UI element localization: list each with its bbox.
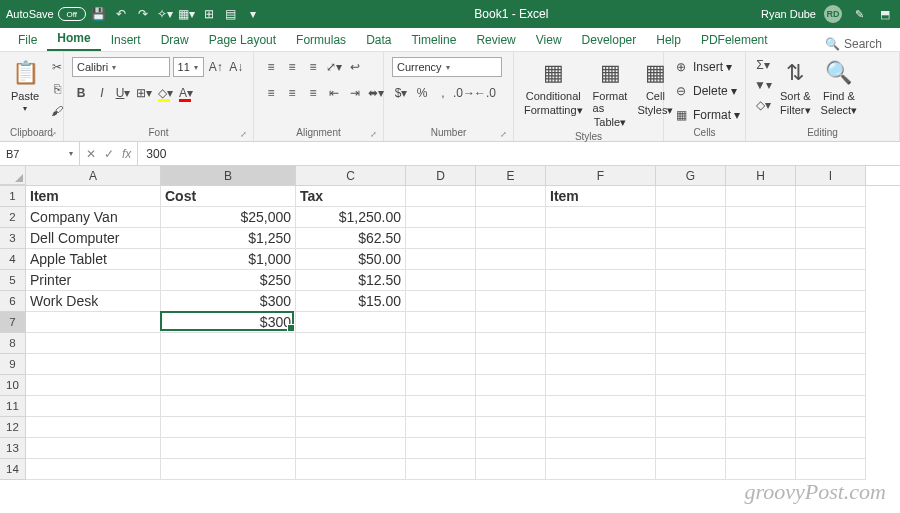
cell[interactable] [406, 291, 476, 312]
cell[interactable]: $300 [161, 312, 296, 333]
cell[interactable] [476, 249, 546, 270]
bold-icon[interactable]: B [72, 84, 90, 102]
font-color-icon[interactable]: A▾ [177, 84, 195, 102]
row-header[interactable]: 8 [0, 333, 26, 354]
cell[interactable] [796, 375, 866, 396]
cell[interactable] [726, 186, 796, 207]
tab-formulas[interactable]: Formulas [286, 29, 356, 51]
cell[interactable] [726, 207, 796, 228]
tab-data[interactable]: Data [356, 29, 401, 51]
tab-pdfelement[interactable]: PDFelement [691, 29, 778, 51]
cell[interactable] [476, 333, 546, 354]
column-header[interactable]: A [26, 166, 161, 185]
cell[interactable] [476, 396, 546, 417]
cell[interactable]: $62.50 [296, 228, 406, 249]
cell[interactable]: Item [546, 186, 656, 207]
column-header[interactable]: I [796, 166, 866, 185]
cell[interactable] [546, 249, 656, 270]
tab-review[interactable]: Review [466, 29, 525, 51]
border-icon[interactable]: ⊞▾ [135, 84, 153, 102]
name-box[interactable]: B7▾ [0, 142, 80, 165]
decrease-indent-icon[interactable]: ⇤ [325, 84, 343, 102]
dialog-launcher-icon[interactable]: ⤢ [500, 130, 507, 139]
cell[interactable] [26, 312, 161, 333]
row-header[interactable]: 2 [0, 207, 26, 228]
cell[interactable] [656, 375, 726, 396]
paste-button[interactable]: 📋 Paste ▾ [8, 56, 42, 115]
cell[interactable] [546, 396, 656, 417]
row-header[interactable]: 10 [0, 375, 26, 396]
cell[interactable] [406, 438, 476, 459]
cell[interactable] [296, 312, 406, 333]
fill-icon[interactable]: ▼▾ [754, 76, 772, 94]
cell[interactable] [26, 333, 161, 354]
row-header[interactable]: 11 [0, 396, 26, 417]
font-size-combo[interactable]: 11▾ [173, 57, 204, 77]
cell[interactable] [656, 396, 726, 417]
cell[interactable] [796, 207, 866, 228]
cell[interactable]: Item [26, 186, 161, 207]
cell[interactable] [476, 438, 546, 459]
format-as-table-button[interactable]: ▦Format asTable▾ [591, 56, 630, 131]
percent-icon[interactable]: % [413, 84, 431, 102]
row-header[interactable]: 3 [0, 228, 26, 249]
cell[interactable] [546, 312, 656, 333]
cell[interactable] [656, 312, 726, 333]
cell[interactable] [796, 312, 866, 333]
delete-cells-button[interactable]: ⊖Delete▾ [672, 80, 737, 102]
cell[interactable] [726, 396, 796, 417]
dialog-launcher-icon[interactable]: ⤢ [370, 130, 377, 139]
comma-icon[interactable]: , [434, 84, 452, 102]
row-header[interactable]: 1 [0, 186, 26, 207]
column-header[interactable]: D [406, 166, 476, 185]
cell[interactable] [161, 354, 296, 375]
cell[interactable] [656, 186, 726, 207]
row-header[interactable]: 5 [0, 270, 26, 291]
cell[interactable] [296, 333, 406, 354]
cell[interactable] [26, 354, 161, 375]
cell[interactable] [406, 459, 476, 480]
row-header[interactable]: 6 [0, 291, 26, 312]
tab-page-layout[interactable]: Page Layout [199, 29, 286, 51]
cell[interactable] [546, 438, 656, 459]
cell[interactable] [161, 396, 296, 417]
align-center-icon[interactable]: ≡ [283, 84, 301, 102]
cell[interactable] [546, 354, 656, 375]
decrease-font-icon[interactable]: A↓ [227, 58, 245, 76]
row-header[interactable]: 4 [0, 249, 26, 270]
cell[interactable] [726, 438, 796, 459]
fx-icon[interactable]: fx [122, 147, 131, 161]
cell[interactable] [656, 270, 726, 291]
cell[interactable] [726, 333, 796, 354]
cell[interactable] [161, 438, 296, 459]
cell[interactable] [476, 186, 546, 207]
cell[interactable] [406, 207, 476, 228]
align-top-icon[interactable]: ≡ [262, 58, 280, 76]
quick-icon[interactable]: ✧▾ [156, 5, 174, 23]
cell[interactable]: Apple Tablet [26, 249, 161, 270]
cell[interactable]: Work Desk [26, 291, 161, 312]
enter-icon[interactable]: ✓ [104, 147, 114, 161]
italic-icon[interactable]: I [93, 84, 111, 102]
number-format-combo[interactable]: Currency▾ [392, 57, 502, 77]
cell[interactable] [796, 396, 866, 417]
cell[interactable] [476, 417, 546, 438]
cell[interactable]: Company Van [26, 207, 161, 228]
search-box[interactable]: 🔍 Search [825, 37, 892, 51]
tab-timeline[interactable]: Timeline [401, 29, 466, 51]
tab-home[interactable]: Home [47, 27, 100, 51]
cell[interactable] [406, 186, 476, 207]
increase-font-icon[interactable]: A↑ [207, 58, 225, 76]
autosum-icon[interactable]: Σ▾ [754, 56, 772, 74]
cell[interactable] [796, 228, 866, 249]
cell[interactable] [406, 312, 476, 333]
column-header[interactable]: E [476, 166, 546, 185]
cell[interactable]: $12.50 [296, 270, 406, 291]
cell[interactable] [726, 354, 796, 375]
cell[interactable] [406, 396, 476, 417]
cell[interactable] [656, 228, 726, 249]
cell[interactable] [406, 417, 476, 438]
cell[interactable]: $300 [161, 291, 296, 312]
cell[interactable]: $1,250 [161, 228, 296, 249]
dialog-launcher-icon[interactable]: ⤢ [50, 130, 57, 139]
